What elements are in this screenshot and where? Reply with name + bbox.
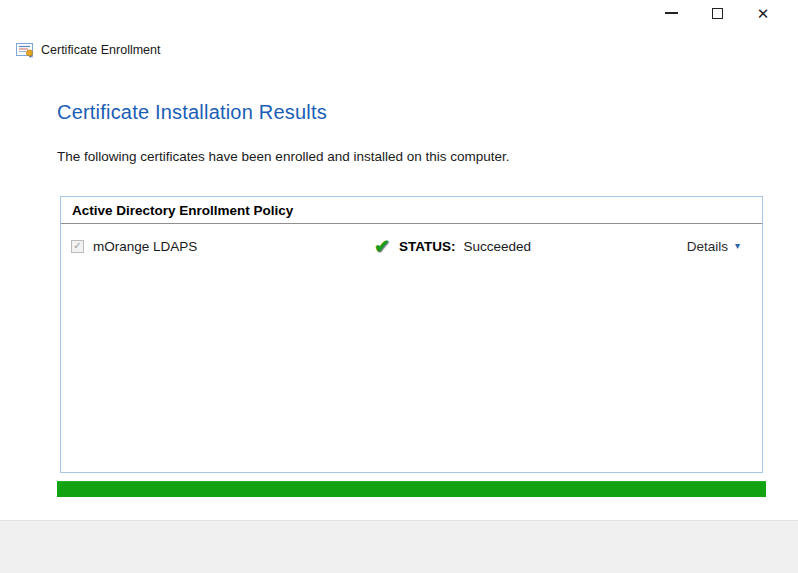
certificate-icon: [16, 41, 34, 59]
enrollment-policy-header: Active Directory Enrollment Policy: [61, 197, 762, 224]
page-title: Certificate Installation Results: [57, 101, 327, 124]
details-label: Details: [687, 239, 728, 254]
page-description: The following certificates have been enr…: [57, 149, 510, 164]
status-group: ✔ STATUS: Succeeded: [374, 235, 531, 257]
certificate-checkbox[interactable]: ✓: [71, 240, 84, 253]
status-label: STATUS:: [399, 239, 456, 254]
maximize-button[interactable]: [694, 0, 740, 26]
enrollment-progress-bar: [57, 481, 766, 497]
enrollment-progress-fill: [57, 481, 766, 497]
status-success-icon: ✔: [374, 237, 390, 256]
details-dropdown[interactable]: Details ▾: [687, 235, 740, 257]
minimize-icon: [665, 12, 678, 14]
footer-bar: Finish: [0, 520, 798, 573]
close-icon: ✕: [757, 6, 770, 21]
checkbox-check-icon: ✓: [73, 241, 81, 251]
chevron-down-icon: ▾: [735, 241, 740, 251]
window-controls: ✕: [648, 0, 786, 26]
certificate-enrollment-window: { "window": { "title": "Certificate Enro…: [0, 0, 798, 573]
enrollment-results-panel: Active Directory Enrollment Policy ✓ mOr…: [60, 196, 763, 473]
close-button[interactable]: ✕: [740, 0, 786, 26]
maximize-icon: [712, 8, 723, 19]
certificate-row: ✓ mOrange LDAPS ✔ STATUS: Succeeded Deta…: [61, 235, 762, 257]
minimize-button[interactable]: [648, 0, 694, 26]
certificate-name: mOrange LDAPS: [93, 239, 197, 254]
status-value: Succeeded: [463, 239, 531, 254]
app-header: Certificate Enrollment: [16, 41, 161, 59]
window-title: Certificate Enrollment: [41, 43, 161, 57]
